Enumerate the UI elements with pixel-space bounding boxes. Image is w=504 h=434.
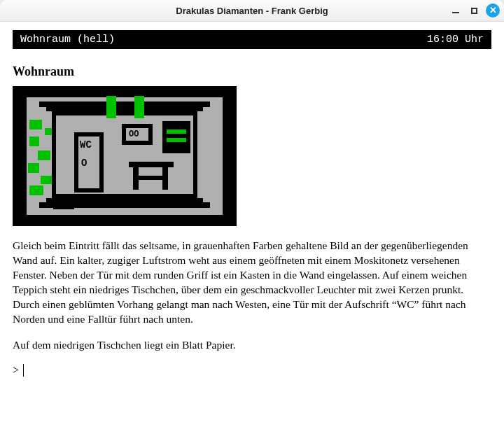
candle-tip-icon bbox=[134, 90, 144, 94]
curtain-icon bbox=[29, 186, 43, 195]
status-bar: Wohnraum (hell) 16:00 Uhr bbox=[13, 30, 491, 49]
maximize-button[interactable] bbox=[468, 4, 480, 17]
window-controls: ✕ bbox=[449, 0, 500, 21]
app-window: Drakulas Diamanten - Frank Gerbig ✕ Wohn… bbox=[0, 0, 504, 434]
prompt-symbol: > bbox=[13, 364, 19, 377]
window-title: Drakulas Diamanten - Frank Gerbig bbox=[0, 6, 504, 16]
content-area: Wohnraum (hell) 16:00 Uhr Wohnraum WC O … bbox=[0, 22, 504, 434]
text-cursor-icon bbox=[23, 364, 24, 377]
window-slit-icon bbox=[167, 130, 186, 134]
picture-dots: OO bbox=[129, 130, 139, 139]
curtain-icon bbox=[29, 136, 39, 146]
curtain-icon bbox=[45, 128, 52, 135]
close-button[interactable]: ✕ bbox=[486, 4, 500, 18]
door-knob: O bbox=[81, 158, 87, 169]
scene-illustration: WC O OO bbox=[13, 86, 237, 226]
command-prompt[interactable]: > bbox=[13, 363, 491, 377]
curtain-icon bbox=[29, 120, 42, 130]
candle-tip-icon bbox=[106, 90, 116, 94]
curtain-icon bbox=[41, 176, 52, 184]
candle-icon bbox=[134, 96, 144, 118]
room-description: Gleich beim Eintritt fällt das seltsame,… bbox=[13, 239, 491, 327]
status-location: Wohnraum (hell) bbox=[20, 34, 115, 46]
curtain-icon bbox=[38, 150, 50, 160]
candle-icon bbox=[106, 96, 116, 118]
room-items: Auf dem niedrigen Tischchen liegt ein Bl… bbox=[13, 338, 491, 353]
status-time: 16:00 Uhr bbox=[427, 34, 484, 46]
trapdoor-icon bbox=[53, 198, 74, 209]
table-shelf-icon bbox=[133, 176, 168, 180]
curtain-icon bbox=[28, 163, 39, 173]
ceiling-line bbox=[39, 102, 210, 107]
window-icon bbox=[162, 121, 190, 153]
minimize-button[interactable] bbox=[449, 4, 462, 17]
table-icon bbox=[129, 162, 174, 167]
command-input[interactable] bbox=[28, 363, 491, 377]
titlebar: Drakulas Diamanten - Frank Gerbig ✕ bbox=[0, 0, 504, 22]
window-slit-icon bbox=[167, 138, 186, 142]
door-label: WC bbox=[80, 139, 92, 150]
room-title: Wohnraum bbox=[13, 64, 491, 79]
